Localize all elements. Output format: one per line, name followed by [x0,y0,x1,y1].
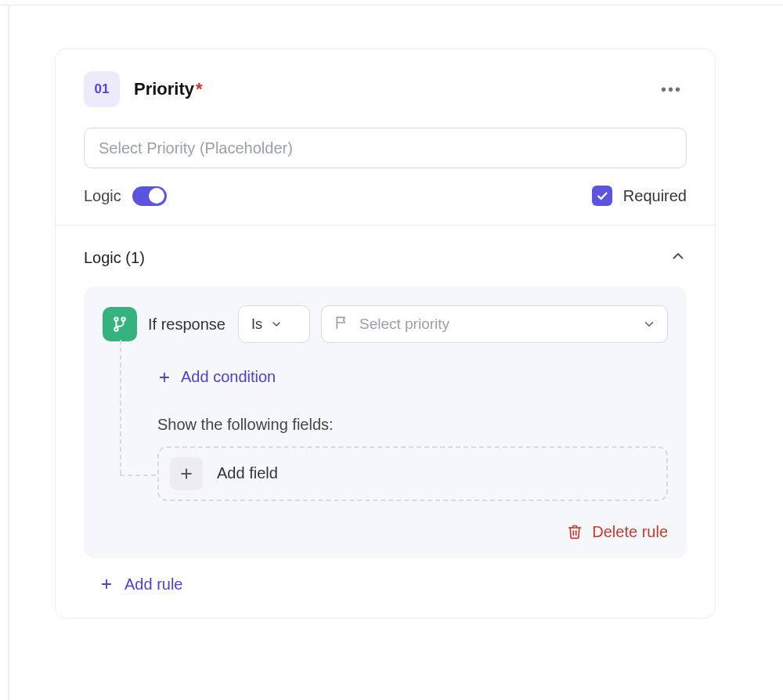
logic-section: Logic (1) If response Is [56,226,715,618]
card-header: 01 Priority* ••• Select Priority (Placeh… [56,49,715,225]
logic-left: Logic [84,186,167,206]
add-condition-button[interactable]: Add condition [157,368,276,386]
required-label: Required [623,187,687,205]
add-condition-label: Add condition [181,368,276,386]
field-card: 01 Priority* ••• Select Priority (Placeh… [55,49,716,619]
chevron-down-icon [270,318,283,330]
logic-label: Logic [84,187,121,205]
field-title-text: Priority [134,79,194,99]
delete-rule-button[interactable]: Delete rule [103,523,668,541]
add-field-button[interactable]: Add field [157,446,668,501]
flag-icon [334,315,350,334]
branch-icon [103,307,137,341]
if-response-label: If response [148,316,226,334]
git-branch-icon [111,316,128,333]
add-rule-label: Add rule [124,576,183,594]
plus-icon [179,466,194,482]
logic-section-header: Logic (1) [84,247,687,268]
rule-indent-block: Add condition Show the following fields:… [120,343,668,501]
add-rule-button[interactable]: Add rule [84,576,183,594]
collapse-toggle[interactable] [669,247,687,268]
required-checkbox[interactable] [592,186,612,206]
plus-icon [99,577,114,591]
left-rail [8,5,9,700]
show-fields-label: Show the following fields: [157,416,668,434]
required-star: * [196,79,203,99]
toggle-knob [149,188,164,204]
field-number-badge: 01 [84,71,120,107]
chevron-up-icon [669,247,687,265]
logic-section-title: Logic (1) [84,249,145,267]
plus-icon [157,370,171,384]
operator-value: Is [251,316,262,333]
required-group: Required [592,186,687,206]
priority-select-placeholder: Select Priority (Placeholder) [99,139,293,157]
check-icon [596,189,608,202]
field-number: 01 [95,81,110,97]
title-left: 01 Priority* [84,71,203,107]
priority-select-main[interactable]: Select Priority (Placeholder) [84,128,687,168]
rule-priority-placeholder: Select priority [359,316,633,333]
logic-row: Logic Required [84,186,687,206]
operator-select[interactable]: Is [238,305,310,343]
logic-toggle[interactable] [132,186,167,206]
more-menu-button[interactable]: ••• [656,78,687,102]
rule-priority-select[interactable]: Select priority [321,305,668,343]
connector-vertical [120,340,121,474]
rule-card: If response Is Select priority [84,287,687,558]
add-field-label: Add field [217,464,278,482]
title-row: 01 Priority* ••• [84,71,687,107]
rule-condition-row: If response Is Select priority [103,305,668,343]
field-title: Priority* [134,79,203,99]
add-field-plus-box [170,457,203,490]
trash-icon [567,524,583,539]
top-separator [0,5,783,5]
delete-rule-label: Delete rule [592,523,668,541]
connector-horizontal [120,474,156,476]
chevron-down-icon [642,317,656,331]
